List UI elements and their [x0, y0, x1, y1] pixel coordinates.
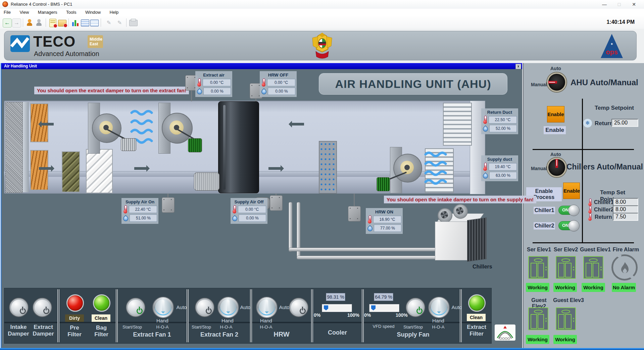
application-window: Reliance 4 Control - BMS - PC1 — □ ✕ Fil…: [0, 0, 644, 350]
forward-icon[interactable]: →: [12, 18, 20, 27]
ser-elev1-status: Working: [526, 283, 549, 292]
extract-fan1-start-stop-button[interactable]: [126, 298, 145, 317]
ops-logo-icon: ✦ ops: [601, 34, 623, 58]
ahu-auto-manual-knob[interactable]: [547, 72, 566, 92]
thermometer-icon: [588, 206, 592, 213]
supply-fan-motor: [377, 177, 390, 191]
chillers-caption: Chillers: [473, 264, 492, 270]
sign-icon[interactable]: ✎: [115, 18, 124, 27]
airflow-arrow-left: [291, 123, 304, 126]
ahu-close-icon[interactable]: x: [515, 64, 521, 69]
extract-damper-button[interactable]: [33, 298, 52, 317]
ahu-section-title: AHU Auto/Manual: [571, 78, 638, 87]
mosque-logo-icon: [495, 324, 515, 341]
chilled-water-pipe: [289, 248, 441, 251]
thermometer-icon: [123, 205, 128, 213]
close-button[interactable]: ✕: [627, 0, 641, 9]
humidity-icon: [482, 172, 489, 180]
elevator-icon: ▲▼: [528, 307, 548, 330]
chilled-return-setpoint-field[interactable]: 7.50: [613, 213, 638, 221]
brand-tagline: Advanced Automation: [34, 50, 99, 58]
supply-fan-start-stop-button[interactable]: [406, 298, 425, 317]
airflow-waves: [424, 150, 450, 187]
supply-warning: You should open the intake damper to tur…: [384, 196, 536, 203]
exhaust-grille: [5, 102, 23, 193]
supply-fan-hoa-selector[interactable]: [428, 297, 450, 318]
menu-window[interactable]: Window: [82, 9, 104, 16]
hrw-hoa-selector[interactable]: [256, 297, 278, 318]
thermometer-icon: [483, 163, 487, 171]
document-alarm-icon[interactable]: [48, 18, 57, 27]
extract-fan2-start-stop-button[interactable]: [195, 298, 214, 317]
maximize-button[interactable]: □: [612, 0, 627, 9]
pre-filter-lamp: [66, 294, 84, 312]
table-icon[interactable]: [81, 18, 89, 27]
humidity-icon: [366, 225, 374, 232]
menu-tools[interactable]: Tools: [62, 9, 80, 16]
thermometer-icon: [588, 213, 592, 221]
uae-emblem-icon: [309, 32, 335, 59]
chillers-enable-button[interactable]: Enable: [563, 183, 580, 199]
intake-damper-button[interactable]: [9, 298, 29, 317]
back-icon[interactable]: ←: [3, 18, 11, 27]
user-logout-icon[interactable]: [35, 18, 43, 27]
elevator-icon: ▲▼: [583, 256, 603, 279]
junction-box: [348, 206, 361, 221]
sensor-return-duct: Return Duct 22.50 °C 52.00 %: [481, 108, 518, 134]
cooler-slider[interactable]: [322, 304, 352, 312]
report-icon[interactable]: [90, 18, 98, 27]
snowflake-icon: ❄: [583, 119, 592, 128]
chiller-tower: [434, 206, 491, 262]
chart-icon[interactable]: [71, 18, 80, 27]
pre-filter-media: [62, 151, 80, 192]
menu-file[interactable]: File: [0, 9, 14, 16]
supply-fan-slider[interactable]: [369, 304, 399, 312]
window-titlebar: Reliance 4 Control - BMS - PC1 — □ ✕: [0, 0, 644, 9]
header-strip: TECO Middle East Advanced Automation ✦: [0, 29, 644, 63]
sensor-extract-air: Extract air 0.00 °C 0.00 %: [195, 71, 232, 97]
return-setpoint-field[interactable]: 25.00: [611, 119, 638, 127]
side-panel: Auto Manual AHU Auto/Manual Enable Enabl…: [523, 63, 644, 348]
supply-fan-name: Supply Fan: [380, 331, 446, 338]
airflow-arrow-right: [39, 167, 52, 170]
chiller2-toggle[interactable]: ON: [558, 221, 579, 230]
edit-icon[interactable]: ✎: [105, 18, 113, 27]
cooler-name: Cooler: [313, 329, 362, 336]
chiller1-toggle[interactable]: ON: [558, 206, 579, 215]
chilled-water-pipe: [289, 202, 292, 252]
frame-column: [23, 102, 29, 192]
ser-elev2-status: Working: [553, 283, 577, 292]
extract-fan2-hoa-selector[interactable]: [217, 297, 239, 318]
menu-managers[interactable]: Managers: [34, 9, 61, 16]
fire-alarm-status: No Alarm: [612, 283, 636, 292]
thermometer-icon: [367, 215, 372, 223]
fan1-motor: [121, 138, 136, 151]
hrw-start-stop-button[interactable]: [289, 298, 308, 317]
pre-filter-status: Dirty: [65, 314, 84, 322]
thermometer-icon: [261, 79, 266, 87]
extract-warning: You should open the extract damper to tu…: [34, 87, 189, 94]
chillers-section-title: Chillers Auto/Manual: [566, 162, 643, 171]
menu-bar: File View Managers Tools Window Help: [0, 9, 644, 16]
minimize-button[interactable]: —: [597, 0, 612, 9]
menu-view[interactable]: View: [16, 9, 33, 16]
chillers-auto-manual-knob[interactable]: [547, 158, 566, 177]
extract-fan1-hoa-selector[interactable]: [152, 297, 174, 318]
folder-alarm-icon[interactable]: [58, 18, 66, 27]
menu-help[interactable]: Help: [106, 9, 122, 16]
chilled-water-pipe: [297, 256, 441, 259]
bag-filter-lamp: [93, 294, 110, 312]
elevator-icon: ▲▼: [528, 256, 548, 279]
ahu-enable-button[interactable]: Enable: [547, 106, 564, 122]
thermometer-icon: [588, 199, 592, 206]
chiller1-setpoint-field[interactable]: 8.00: [613, 198, 638, 206]
thermometer-icon: [197, 79, 201, 87]
humidity-icon: [482, 126, 489, 133]
hrw-rotor-housing: [218, 101, 259, 193]
print-icon[interactable]: [129, 18, 137, 27]
user-login-icon[interactable]: [26, 18, 34, 27]
elevator-icon: ▲▼: [556, 256, 576, 279]
extract-fan1-name: Extract Fan 1: [119, 331, 185, 338]
chiller2-setpoint-field[interactable]: 8.00: [613, 205, 638, 213]
extract-filter-status: Clean: [467, 314, 486, 321]
